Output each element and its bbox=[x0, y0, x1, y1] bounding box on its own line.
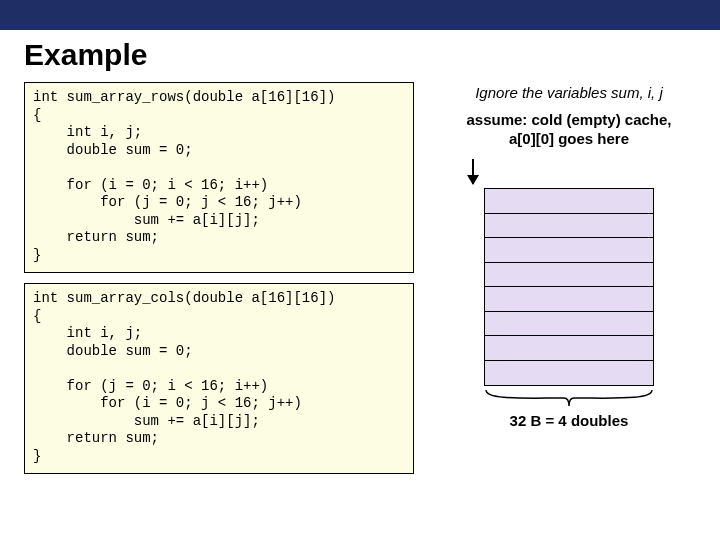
down-arrow-icon bbox=[472, 159, 474, 184]
cache-slot bbox=[484, 262, 654, 288]
top-accent-bar bbox=[0, 0, 720, 30]
cache-slot bbox=[484, 360, 654, 386]
annotation-column: Ignore the variables sum, i, j assume: c… bbox=[442, 82, 696, 474]
cache-slot bbox=[484, 311, 654, 337]
cache-slot bbox=[484, 213, 654, 239]
cache-slot bbox=[484, 286, 654, 312]
cache-slot bbox=[484, 335, 654, 361]
code-column: int sum_array_rows(double a[16][16]) { i… bbox=[24, 82, 414, 474]
brace-label: 32 B = 4 doubles bbox=[510, 412, 629, 429]
content-area: int sum_array_rows(double a[16][16]) { i… bbox=[0, 82, 720, 474]
cache-slot bbox=[484, 188, 654, 214]
slide-title: Example bbox=[0, 30, 720, 82]
code-block-rows: int sum_array_rows(double a[16][16]) { i… bbox=[24, 82, 414, 273]
curly-brace-icon bbox=[484, 388, 654, 410]
note-ignore-vars: Ignore the variables sum, i, j bbox=[475, 84, 663, 101]
note-assume-line2: a[0][0] goes here bbox=[509, 130, 629, 147]
cache-slot bbox=[484, 237, 654, 263]
arrow-wrapper bbox=[472, 149, 474, 188]
code-block-cols: int sum_array_cols(double a[16][16]) { i… bbox=[24, 283, 414, 474]
cache-diagram: 32 B = 4 doubles bbox=[484, 188, 654, 429]
note-assume-line1: assume: cold (empty) cache, bbox=[466, 111, 671, 128]
